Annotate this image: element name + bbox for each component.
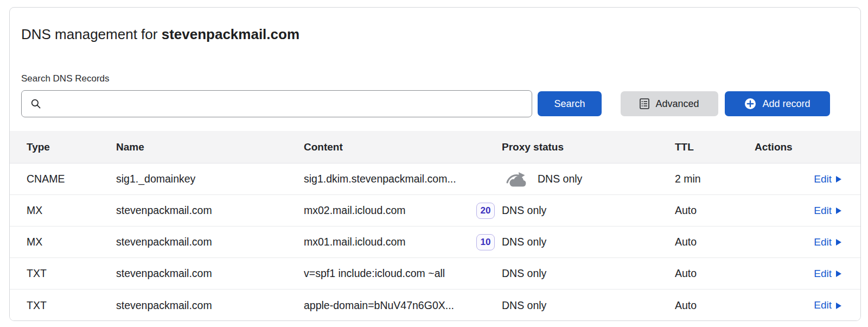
edit-caret-icon bbox=[836, 271, 841, 277]
record-content: mx02.mail.icloud.com bbox=[304, 204, 405, 217]
proxy-status: DNS only bbox=[538, 173, 582, 185]
column-header-ttl: TTL bbox=[673, 141, 752, 153]
table-row: TXT stevenpackmail.com apple-domain=bNuV… bbox=[10, 290, 860, 321]
record-ttl: Auto bbox=[673, 204, 752, 217]
table-header-row: Type Name Content Proxy status TTL Actio… bbox=[10, 131, 860, 163]
column-header-content: Content bbox=[304, 141, 502, 153]
record-type: TXT bbox=[27, 267, 116, 280]
search-icon bbox=[30, 98, 41, 109]
page-title: DNS management for stevenpackmail.com bbox=[21, 25, 830, 43]
edit-link-label: Edit bbox=[814, 268, 832, 280]
edit-caret-icon bbox=[836, 176, 841, 183]
record-ttl: Auto bbox=[673, 236, 752, 248]
column-header-actions: Actions bbox=[752, 141, 845, 153]
record-content: sig1.dkim.stevenpackmail.com... bbox=[304, 173, 456, 185]
table-row: TXT stevenpackmail.com v=spf1 include:ic… bbox=[10, 258, 860, 290]
dns-management-card: DNS management for stevenpackmail.com Se… bbox=[9, 7, 861, 321]
proxy-status: DNS only bbox=[502, 236, 546, 248]
record-type: MX bbox=[27, 204, 116, 217]
edit-link-label: Edit bbox=[814, 236, 832, 248]
column-header-name: Name bbox=[116, 141, 304, 153]
edit-record-link[interactable]: Edit bbox=[814, 299, 841, 311]
record-ttl: 2 min bbox=[673, 173, 752, 185]
record-content: apple-domain=bNuV47n6G0X... bbox=[304, 299, 454, 312]
edit-link-label: Edit bbox=[814, 173, 832, 185]
record-name: stevenpackmail.com bbox=[116, 267, 304, 280]
page-title-domain: stevenpackmail.com bbox=[162, 26, 299, 42]
advanced-button[interactable]: Advanced bbox=[621, 91, 718, 116]
column-header-type: Type bbox=[27, 141, 116, 153]
proxy-status: DNS only bbox=[502, 299, 546, 312]
edit-record-link[interactable]: Edit bbox=[814, 268, 841, 280]
record-name: stevenpackmail.com bbox=[116, 299, 304, 312]
table-row: MX stevenpackmail.com mx02.mail.icloud.c… bbox=[10, 195, 860, 227]
edit-link-label: Edit bbox=[814, 205, 832, 217]
record-ttl: Auto bbox=[673, 299, 752, 312]
record-type: TXT bbox=[27, 299, 116, 312]
plus-circle-icon bbox=[744, 98, 756, 110]
record-content: v=spf1 include:icloud.com ~all bbox=[304, 267, 445, 280]
record-type: MX bbox=[27, 236, 116, 248]
record-name: stevenpackmail.com bbox=[116, 236, 304, 248]
edit-link-label: Edit bbox=[814, 299, 832, 311]
add-record-button[interactable]: Add record bbox=[725, 91, 830, 116]
record-ttl: Auto bbox=[673, 267, 752, 280]
advanced-list-icon bbox=[640, 98, 649, 109]
edit-caret-icon bbox=[836, 303, 841, 309]
dns-records-table: Type Name Content Proxy status TTL Actio… bbox=[10, 131, 860, 321]
record-type: CNAME bbox=[27, 173, 116, 185]
page-title-prefix: DNS management for bbox=[21, 26, 162, 42]
mx-priority-badge: 20 bbox=[476, 203, 495, 219]
search-box[interactable] bbox=[21, 90, 532, 117]
advanced-button-label: Advanced bbox=[655, 98, 699, 110]
proxy-status: DNS only bbox=[502, 267, 546, 280]
record-name: sig1._domainkey bbox=[116, 173, 304, 185]
card-header-section: DNS management for stevenpackmail.com Se… bbox=[10, 25, 860, 117]
search-input[interactable] bbox=[48, 98, 524, 110]
edit-record-link[interactable]: Edit bbox=[814, 236, 841, 248]
edit-record-link[interactable]: Edit bbox=[814, 173, 841, 185]
edit-caret-icon bbox=[836, 239, 841, 246]
search-label: Search DNS Records bbox=[21, 73, 830, 85]
table-row: MX stevenpackmail.com mx01.mail.icloud.c… bbox=[10, 227, 860, 258]
mx-priority-badge: 10 bbox=[476, 234, 495, 250]
proxy-status: DNS only bbox=[502, 204, 546, 217]
add-record-button-label: Add record bbox=[762, 98, 810, 110]
record-name: stevenpackmail.com bbox=[116, 204, 304, 217]
edit-record-link[interactable]: Edit bbox=[814, 205, 841, 217]
record-content: mx01.mail.icloud.com bbox=[304, 236, 405, 248]
search-row: Search Advanced bbox=[21, 90, 830, 117]
edit-caret-icon bbox=[836, 207, 841, 214]
column-header-proxy-status: Proxy status bbox=[502, 141, 673, 153]
table-row: CNAME sig1._domainkey sig1.dkim.stevenpa… bbox=[10, 163, 860, 195]
search-button[interactable]: Search bbox=[538, 91, 602, 116]
dns-only-cloud-icon bbox=[505, 171, 529, 187]
